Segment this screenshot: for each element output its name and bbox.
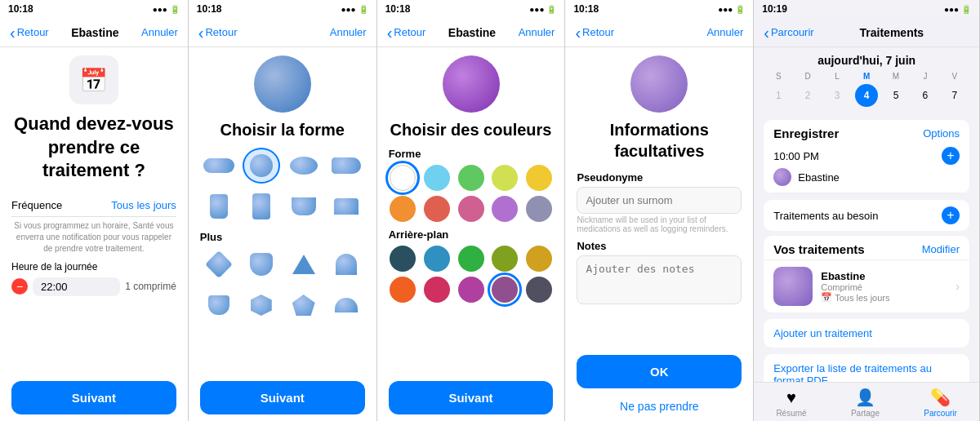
arr-color-crimson[interactable] bbox=[424, 277, 450, 303]
status-icons-2: ●●● 🔋 bbox=[341, 5, 368, 14]
week-num-2[interactable]: 2 bbox=[796, 84, 819, 107]
shape-item-11[interactable] bbox=[285, 246, 323, 282]
pseudonyme-section: Pseudonyme Nickname will be used in your… bbox=[577, 171, 742, 233]
nav-title-1: Ebastine bbox=[71, 26, 118, 39]
add-besoin-button[interactable]: + bbox=[942, 206, 960, 224]
notes-section: Notes bbox=[577, 240, 742, 308]
shape-item-4[interactable] bbox=[327, 148, 365, 184]
forme-color-pink[interactable] bbox=[458, 196, 484, 222]
notes-textarea[interactable] bbox=[577, 255, 742, 304]
time-entry-row: 10:00 PM + bbox=[773, 147, 960, 165]
nav-bar-2: Retour Annuler bbox=[189, 18, 376, 47]
week-label-M2: M bbox=[884, 72, 907, 81]
pseudonyme-input[interactable] bbox=[577, 187, 742, 214]
forme-color-cyan[interactable] bbox=[424, 165, 450, 191]
forme-color-gray[interactable] bbox=[526, 196, 552, 222]
forme-color-purple[interactable] bbox=[492, 196, 518, 222]
shape-item-5[interactable] bbox=[200, 188, 238, 224]
arr-color-gold[interactable] bbox=[526, 246, 552, 272]
treatment-entry[interactable]: Ebastine Comprimé 📅 Tous les jours › bbox=[764, 259, 969, 312]
shape-item-12[interactable] bbox=[327, 246, 365, 282]
forme-color-white[interactable] bbox=[390, 165, 416, 191]
add-treatment-link[interactable]: Ajouter un traitement bbox=[764, 319, 969, 348]
time-4: 10:18 bbox=[573, 3, 599, 15]
cancel-button-3[interactable]: Annuler bbox=[519, 26, 555, 38]
arr-color-darkblue[interactable] bbox=[390, 246, 416, 272]
shape-grid-top bbox=[200, 148, 365, 224]
forme-color-yellow-green[interactable] bbox=[492, 165, 518, 191]
back-button-2[interactable]: Retour bbox=[198, 24, 238, 41]
options-button[interactable]: Options bbox=[923, 127, 960, 140]
tab-partage[interactable]: 👤 Partage bbox=[851, 388, 880, 418]
frequency-row[interactable]: Fréquence Tous les jours bbox=[11, 194, 176, 217]
shape-item-7[interactable] bbox=[285, 188, 323, 224]
shape-item-16[interactable] bbox=[327, 287, 365, 323]
week-num-4-today[interactable]: 4 bbox=[855, 84, 878, 107]
shape-item-6[interactable] bbox=[243, 188, 280, 224]
battery-icon-2: 🔋 bbox=[359, 5, 368, 14]
cancel-button-1[interactable]: Annuler bbox=[141, 26, 178, 38]
shape-item-15[interactable] bbox=[285, 287, 323, 323]
cancel-button-2[interactable]: Annuler bbox=[330, 26, 367, 38]
forme-color-red[interactable] bbox=[424, 196, 450, 222]
next-button-3[interactable]: Suivant bbox=[389, 381, 554, 414]
remove-time-button[interactable]: − bbox=[11, 278, 28, 295]
status-icons-4: ●●● 🔋 bbox=[718, 5, 745, 14]
modifier-button[interactable]: Modifier bbox=[922, 243, 960, 255]
browse-icon: 💊 bbox=[930, 388, 951, 407]
week-num-6[interactable]: 6 bbox=[914, 84, 937, 107]
back-button-4[interactable]: Retour bbox=[575, 24, 614, 41]
arr-color-darkgray[interactable] bbox=[526, 277, 552, 303]
not-plan-button-4[interactable]: Ne pas prendre bbox=[565, 395, 753, 421]
back-button-1[interactable]: Retour bbox=[10, 24, 49, 41]
shape-item-2[interactable] bbox=[243, 148, 280, 184]
parcourir-back[interactable]: Parcourir bbox=[764, 24, 813, 41]
forme-label: Forme bbox=[389, 148, 421, 160]
time-pill[interactable]: 22:00 bbox=[33, 277, 120, 296]
cancel-button-4[interactable]: Annuler bbox=[706, 26, 743, 38]
tab-parcourir[interactable]: 💊 Parcourir bbox=[924, 388, 957, 418]
form-hint-1: Si vous programmez un horaire, Santé vou… bbox=[11, 220, 176, 255]
signal-icon-5: ●●● bbox=[944, 5, 959, 14]
ok-button[interactable]: OK bbox=[577, 355, 742, 388]
arr-color-green[interactable] bbox=[458, 246, 484, 272]
calendar-date-title: aujourd'hui, 7 juin bbox=[764, 54, 969, 67]
shape-item-10[interactable] bbox=[243, 246, 280, 282]
next-button-1[interactable]: Suivant bbox=[11, 381, 176, 414]
enregistrer-card: Enregistrer Options 10:00 PM + Ebastine bbox=[764, 120, 969, 193]
shape-item-9[interactable] bbox=[200, 246, 238, 282]
add-time-button[interactable]: + bbox=[942, 147, 960, 165]
arr-color-purple[interactable] bbox=[492, 277, 518, 303]
nav-bar-4: Retour Annuler bbox=[565, 18, 753, 47]
forme-color-green[interactable] bbox=[458, 165, 484, 191]
back-button-3[interactable]: Retour bbox=[387, 24, 426, 41]
shape-item-13[interactable] bbox=[200, 287, 238, 323]
med-entry-name: Ebastine bbox=[798, 171, 840, 184]
forme-color-orange[interactable] bbox=[390, 196, 416, 222]
forme-color-yellow[interactable] bbox=[526, 165, 552, 191]
tab-bar: ♥ Résumé 👤 Partage 💊 Parcourir bbox=[754, 382, 979, 421]
battery-icon-4: 🔋 bbox=[735, 5, 745, 14]
arr-color-blue[interactable] bbox=[424, 246, 450, 272]
arriere-color-grid bbox=[389, 246, 554, 303]
arr-color-olive[interactable] bbox=[492, 246, 518, 272]
tab-resume[interactable]: ♥ Résumé bbox=[776, 388, 806, 418]
export-link[interactable]: Exporter la liste de traitements au form… bbox=[764, 354, 969, 382]
week-num-1[interactable]: 1 bbox=[767, 84, 790, 107]
vos-traitements-header: Vos traitements Modifier bbox=[764, 236, 969, 259]
arr-color-orange[interactable] bbox=[390, 277, 416, 303]
week-num-5[interactable]: 5 bbox=[884, 84, 907, 107]
arr-color-magenta[interactable] bbox=[458, 277, 484, 303]
optional-info-icon bbox=[630, 55, 688, 113]
week-num-3[interactable]: 3 bbox=[826, 84, 849, 107]
tab-partage-label: Partage bbox=[851, 409, 880, 418]
shape-item-1[interactable] bbox=[200, 148, 238, 184]
week-label-V: V bbox=[943, 72, 966, 81]
shape-item-14[interactable] bbox=[243, 287, 280, 323]
screen2-content: Choisir la forme bbox=[189, 47, 376, 374]
week-num-7[interactable]: 7 bbox=[943, 84, 966, 107]
shape-item-3[interactable] bbox=[285, 148, 323, 184]
shape-item-8[interactable] bbox=[327, 188, 365, 224]
next-button-2[interactable]: Suivant bbox=[200, 381, 365, 414]
screen-traitements: 10:19 ●●● 🔋 Parcourir Traitements aujour… bbox=[754, 0, 980, 421]
